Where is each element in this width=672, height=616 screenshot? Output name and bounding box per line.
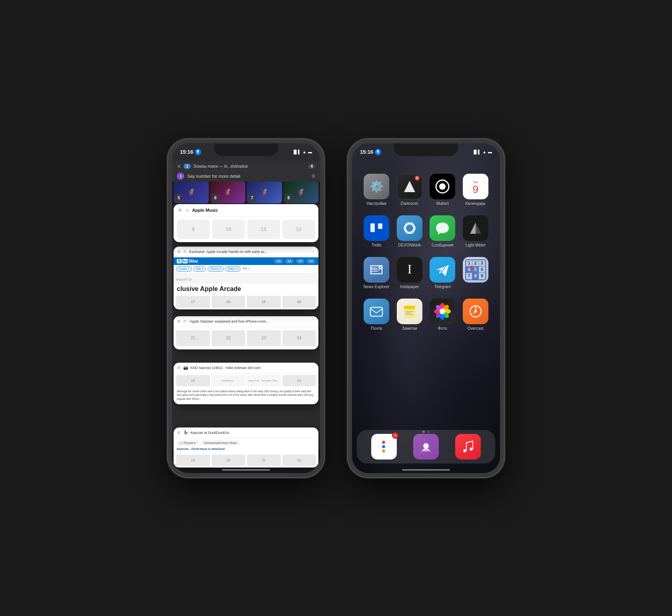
nav-iphone[interactable]: iPhone ▾ xyxy=(208,267,224,271)
mic-icon-right: 🎙 xyxy=(375,149,381,155)
app-notes[interactable]: Заметки xyxy=(393,299,426,331)
kmz-thumb-27: strip of 16... microfilm I sho... xyxy=(247,375,281,386)
ddg-region[interactable]: Россия ▾ xyxy=(177,441,199,445)
trello-label: Trello xyxy=(372,243,382,247)
tab6[interactable]: 🦸 6 xyxy=(210,181,246,203)
photos-label: Фото xyxy=(438,326,447,331)
ddg-safe-search[interactable]: Безопасный поиск: Выкл xyxy=(201,441,240,445)
tab15-num: 15 xyxy=(296,259,304,263)
sudoku-icon: 1 2 3 4 5 6 7 8 9 xyxy=(463,257,488,283)
tab6-num: 6 xyxy=(211,194,220,203)
music-icon xyxy=(455,434,481,459)
kmz-title: KMZ Narciss (1961) - mike eckman dot com xyxy=(190,366,315,370)
app-messages[interactable]: Сообщения xyxy=(426,215,459,247)
kmz-close-icon[interactable]: ✕ xyxy=(177,365,181,371)
mail-icon xyxy=(364,299,389,324)
siri-hint-text: Say number for more detail xyxy=(187,174,308,179)
darkroom-badge: В xyxy=(415,176,420,181)
app-mail[interactable]: Почта xyxy=(360,299,393,331)
telegram-label: Telegram xyxy=(434,285,451,289)
dock-podcasts[interactable] xyxy=(413,434,439,459)
glasses-thumb-24: 24 xyxy=(282,330,316,346)
sudoku-3: 3 xyxy=(479,260,485,266)
ddg-tab[interactable]: ✕ 🦆 Каштан at DuckDuckGo Россия ▾ Безопа… xyxy=(174,427,318,468)
am-tab-header: ✕ ♫ Apple Music xyxy=(174,204,318,217)
messages-label: Сообщения xyxy=(432,243,453,247)
time-right: 15:16 xyxy=(360,149,373,155)
app-trello[interactable]: Trello xyxy=(360,215,393,247)
mic-icon-left: 🎙 xyxy=(195,149,201,155)
messages-icon xyxy=(430,215,455,241)
darkroom-icon: В xyxy=(397,174,422,199)
svg-line-28 xyxy=(466,441,473,443)
app-lightmeter[interactable]: Light Meter xyxy=(459,215,492,247)
tab14-num: 14 xyxy=(285,259,294,263)
tab1-title[interactable]: Эскизы поиск — ki...shahaduk xyxy=(193,164,306,169)
calendar-date: 9 xyxy=(473,184,478,195)
ddg-close-icon[interactable]: ✕ xyxy=(177,430,181,435)
dock-music[interactable] xyxy=(455,434,481,459)
sudoku-5: 5 xyxy=(472,267,478,273)
arcade-date-bar: AUGUST 20 xyxy=(174,273,318,284)
arcade-thumbs: 17 18 19 20 xyxy=(174,294,318,309)
app-newsexplorer[interactable]: News Explorer xyxy=(360,257,393,289)
comic-img: 🦸 xyxy=(187,188,196,197)
rem-dot-3 xyxy=(382,449,385,453)
tab4-num: 4 xyxy=(308,164,315,169)
ddg-body: Россия ▾ Безопасный поиск: Выкл Каштан -… xyxy=(174,438,318,453)
app-sudoku[interactable]: 1 2 3 4 5 6 7 8 9 xyxy=(459,257,492,289)
kmz-thumb-28: 28 xyxy=(282,375,316,386)
menu-icon[interactable]: ≡ xyxy=(312,173,315,180)
nav-mac[interactable]: Mac ▾ xyxy=(194,267,206,271)
arcade-tab-header: ✕ ⏱ Exclusive: Apple Arcade hands-on wit… xyxy=(174,247,318,257)
reminders-wrapper: 1 xyxy=(371,434,397,459)
sudoku-2: 2 xyxy=(472,260,478,266)
apple-music-tab[interactable]: ✕ ♫ Apple Music 9 10 11 12 xyxy=(174,204,318,242)
nav-guides[interactable]: Guides ▾ xyxy=(176,267,192,271)
nav-more[interactable]: iPa > xyxy=(242,267,251,271)
am-close-icon[interactable]: ✕ xyxy=(178,207,182,213)
dock-reminders[interactable]: 1 xyxy=(371,434,397,459)
home-indicator-right xyxy=(402,469,450,471)
signal-icon: ▐▌▌ xyxy=(292,150,301,154)
am-cell-10: 10 xyxy=(212,220,245,239)
glasses-thumb-23: 23 xyxy=(247,330,281,346)
glasses-close-icon[interactable]: ✕ xyxy=(177,319,181,324)
overcast-label: Overcast xyxy=(468,326,484,331)
app-photos[interactable]: Фото xyxy=(426,299,459,331)
arcade-thumb-18: 18 xyxy=(212,296,246,308)
app-settings[interactable]: ⚙️ Настройки xyxy=(360,174,393,206)
svg-point-7 xyxy=(403,221,416,235)
tab1-close-icon[interactable]: ✕ xyxy=(177,163,181,169)
glasses-thumb-22: 22 xyxy=(212,330,246,346)
instapaper-icon: I xyxy=(397,257,422,283)
tab5[interactable]: 🦸 5 xyxy=(174,181,209,203)
ddg-filters: Россия ▾ Безопасный поиск: Выкл xyxy=(177,441,315,445)
glasses-tab[interactable]: ✕ ⏱ 'Apple Glasses' explained and how iP… xyxy=(174,316,318,349)
app-telegram[interactable]: Telegram xyxy=(426,257,459,289)
app-instapaper[interactable]: I Instapaper xyxy=(393,257,426,289)
svg-rect-12 xyxy=(404,306,415,309)
calendar-label: Календарь xyxy=(466,201,486,206)
arcade-share-icon[interactable]: ⋮ xyxy=(311,249,315,254)
arcade-tab[interactable]: ✕ ⏱ Exclusive: Apple Arcade hands-on wit… xyxy=(174,247,318,309)
tab7-num: 7 xyxy=(248,194,256,203)
tab8[interactable]: 🦸 8 xyxy=(284,181,319,203)
trello-icon xyxy=(364,215,389,241)
app-mubert[interactable]: Mubert xyxy=(426,174,459,206)
app-calendar[interactable]: Пн 9 Календарь xyxy=(459,174,492,206)
glasses-tab-header: ✕ ⏱ 'Apple Glasses' explained and how iP… xyxy=(174,316,318,327)
app-devonthink[interactable]: DEVONthink xyxy=(393,215,426,247)
nav-watch[interactable]: Watch ▾ xyxy=(225,267,240,271)
tab7[interactable]: 🦸 7 xyxy=(247,181,282,203)
sudoku-6: 6 xyxy=(479,267,485,273)
sudoku-error-dot xyxy=(470,266,473,269)
am-cell-9: 9 xyxy=(177,220,210,239)
sudoku-4: 4 xyxy=(466,267,472,273)
arcade-close-icon[interactable]: ✕ xyxy=(177,249,181,255)
kmz-tab[interactable]: ✕ 📸 KMZ Narciss (1961) - mike eckman dot… xyxy=(174,363,318,404)
svg-marker-0 xyxy=(404,181,415,192)
app-darkroom[interactable]: В Darkroom xyxy=(393,174,426,206)
wifi-icon: ▲ xyxy=(302,150,306,154)
app-overcast[interactable]: Overcast xyxy=(459,299,492,331)
